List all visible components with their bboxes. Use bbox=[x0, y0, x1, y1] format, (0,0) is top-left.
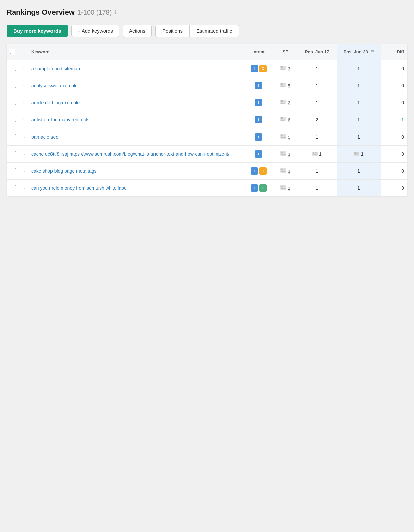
sf-count[interactable]: 2 bbox=[288, 100, 290, 105]
row-expand[interactable]: › bbox=[20, 77, 28, 94]
row-pos-jun17: 1 bbox=[297, 146, 337, 163]
row-expand[interactable]: › bbox=[20, 60, 28, 77]
row-intent: I bbox=[243, 128, 274, 146]
row-expand[interactable]: › bbox=[20, 94, 28, 111]
row-pos-jun17: 1 bbox=[297, 94, 337, 111]
row-checkbox[interactable] bbox=[11, 168, 16, 173]
row-expand[interactable]: › bbox=[20, 163, 28, 180]
row-expand[interactable]: › bbox=[20, 180, 28, 197]
row-checkbox[interactable] bbox=[11, 151, 16, 156]
expand-arrow-icon[interactable]: › bbox=[23, 186, 25, 191]
th-checkbox bbox=[7, 44, 20, 60]
row-intent: IT bbox=[243, 180, 274, 197]
row-expand[interactable]: › bbox=[20, 111, 28, 128]
row-intent: I bbox=[243, 111, 274, 128]
expand-arrow-icon[interactable]: › bbox=[23, 101, 25, 105]
svg-rect-25 bbox=[313, 152, 314, 154]
row-sf: 5 bbox=[274, 128, 297, 146]
expand-arrow-icon[interactable]: › bbox=[23, 118, 25, 122]
expand-arrow-icon[interactable]: › bbox=[23, 135, 25, 140]
row-diff: 0 bbox=[381, 180, 407, 197]
tab-estimated-traffic[interactable]: Estimated traffic bbox=[190, 25, 239, 37]
actions-button[interactable]: Actions bbox=[123, 25, 152, 37]
row-checkbox[interactable] bbox=[11, 117, 16, 122]
row-sf: 3 bbox=[274, 163, 297, 180]
row-checkbox[interactable] bbox=[11, 83, 16, 88]
rankings-table-container: Keyword Intent SF Pos. Jun 17 Pos. Jun 2… bbox=[7, 44, 407, 197]
keyword-link[interactable]: artlist err too many redirects bbox=[31, 117, 90, 122]
intent-badge-i: I bbox=[255, 116, 262, 123]
th-diff: Diff bbox=[381, 44, 407, 60]
row-checkbox[interactable] bbox=[11, 100, 16, 105]
row-keyword: barnacle seo bbox=[28, 128, 243, 146]
toolbar: Buy more keywords + Add keywords Actions… bbox=[7, 25, 407, 37]
sf-image-icon bbox=[280, 117, 286, 123]
row-pos-jun17: 2 bbox=[297, 111, 337, 128]
row-sf: 2 bbox=[274, 180, 297, 197]
keyword-link[interactable]: cache uc8ttf8f-saj https //www.semrush.c… bbox=[31, 151, 229, 157]
expand-arrow-icon[interactable]: › bbox=[23, 169, 25, 174]
buy-more-keywords-button[interactable]: Buy more keywords bbox=[7, 25, 68, 37]
row-checkbox-cell bbox=[7, 163, 20, 180]
sf-count[interactable]: 5 bbox=[288, 83, 290, 88]
row-intent: IC bbox=[243, 163, 274, 180]
table-row: ›analyse swot exempleI5110 bbox=[7, 77, 407, 94]
th-intent: Intent bbox=[243, 44, 274, 60]
row-diff: 0 bbox=[381, 94, 407, 111]
sf-count[interactable]: 6 bbox=[288, 117, 290, 122]
th-pos-jun23[interactable]: Pos. Jun 23 ☰ bbox=[337, 44, 381, 60]
keyword-link[interactable]: a sample good sitemap bbox=[31, 66, 80, 71]
sf-count[interactable]: 3 bbox=[288, 66, 290, 71]
sf-count[interactable]: 3 bbox=[288, 152, 290, 157]
svg-rect-9 bbox=[281, 100, 283, 102]
row-checkbox-cell bbox=[7, 180, 20, 197]
keyword-link[interactable]: barnacle seo bbox=[31, 134, 58, 140]
sf-count[interactable]: 5 bbox=[288, 135, 290, 140]
svg-rect-21 bbox=[281, 152, 283, 153]
row-keyword: artlist err too many redirects bbox=[28, 111, 243, 128]
intent-badge-i: I bbox=[255, 133, 262, 141]
row-keyword: a sample good sitemap bbox=[28, 60, 243, 77]
row-sf: 6 bbox=[274, 111, 297, 128]
intent-badge-i: I bbox=[251, 65, 258, 72]
info-icon[interactable]: ℹ bbox=[114, 9, 116, 16]
table-row: ›barnacle seoI5110 bbox=[7, 128, 407, 146]
row-checkbox[interactable] bbox=[11, 185, 16, 190]
keyword-link[interactable]: article de blog exemple bbox=[31, 100, 80, 105]
row-intent: I bbox=[243, 94, 274, 111]
table-row: ›a sample good sitemapIC3110 bbox=[7, 60, 407, 77]
table-body: ›a sample good sitemapIC3110›analyse swo… bbox=[7, 60, 407, 197]
keyword-link[interactable]: cake shop blog page meta tags bbox=[31, 168, 97, 174]
add-keywords-button[interactable]: + Add keywords bbox=[71, 25, 119, 37]
row-pos-jun17: 1 bbox=[297, 128, 337, 146]
expand-arrow-icon[interactable]: › bbox=[23, 67, 25, 71]
sf-image-icon bbox=[280, 83, 286, 89]
row-checkbox-cell bbox=[7, 111, 20, 128]
sf-count[interactable]: 2 bbox=[288, 186, 290, 191]
row-diff: 0 bbox=[381, 60, 407, 77]
keyword-link[interactable]: can you mele money from semtush white la… bbox=[31, 185, 128, 191]
row-checkbox[interactable] bbox=[11, 134, 16, 139]
row-pos-jun23: 1 bbox=[337, 60, 381, 77]
sf-count[interactable]: 3 bbox=[288, 169, 290, 174]
keyword-link[interactable]: analyse swot exemple bbox=[31, 83, 78, 88]
row-checkbox[interactable] bbox=[11, 66, 16, 71]
expand-arrow-icon[interactable]: › bbox=[23, 84, 25, 88]
row-diff: 0 bbox=[381, 128, 407, 146]
row-pos-jun23: 1 bbox=[337, 94, 381, 111]
svg-rect-17 bbox=[281, 135, 283, 136]
row-checkbox-cell bbox=[7, 77, 20, 94]
row-expand[interactable]: › bbox=[20, 128, 28, 146]
tab-positions[interactable]: Positions bbox=[156, 25, 190, 37]
intent-badge-i: I bbox=[255, 99, 262, 106]
expand-arrow-icon[interactable]: › bbox=[23, 152, 25, 157]
header-row: Rankings Overview 1-100 (178) ℹ bbox=[7, 8, 407, 17]
sf-image-icon bbox=[280, 134, 286, 140]
row-pos-jun23: 1 bbox=[337, 128, 381, 146]
row-keyword: cache uc8ttf8f-saj https //www.semrush.c… bbox=[28, 146, 243, 163]
row-pos-jun23: 1 bbox=[337, 163, 381, 180]
row-expand[interactable]: › bbox=[20, 146, 28, 163]
select-all-checkbox[interactable] bbox=[10, 49, 15, 54]
svg-rect-37 bbox=[281, 169, 283, 170]
svg-rect-41 bbox=[281, 186, 283, 187]
